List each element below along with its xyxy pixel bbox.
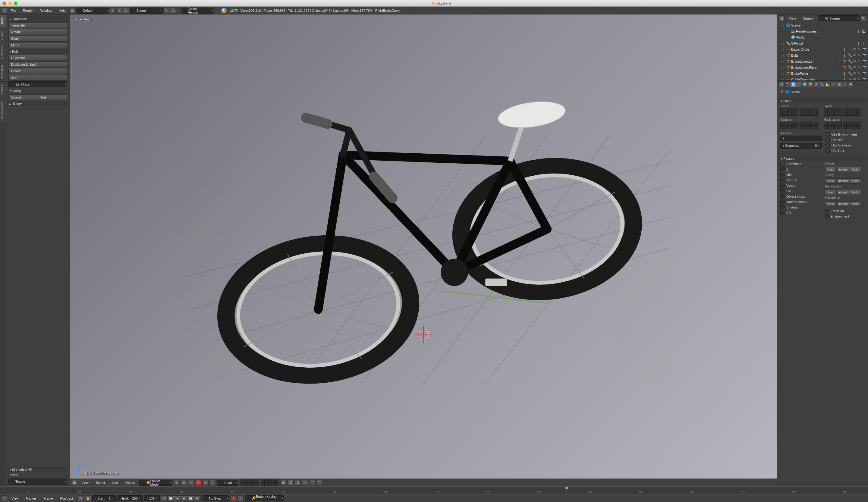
expand-icon[interactable]: ⊕ (782, 72, 786, 75)
pass-combined-check[interactable] (780, 162, 785, 166)
opengl-anim-icon[interactable]: 🎬 (317, 480, 322, 486)
expand-icon[interactable]: ⊕ (782, 66, 786, 69)
tree-item-bolts[interactable]: ⊕▽Bolts|🔧👁↖📷 (777, 52, 868, 59)
screen-layout-dropdown[interactable]: Default (76, 8, 109, 13)
shade-flat-button[interactable]: Flat (38, 94, 67, 100)
mask-layers-a[interactable] (824, 122, 842, 129)
vtab-animation[interactable]: Animation (0, 62, 6, 82)
opengl-render-icon[interactable]: 📷 (309, 480, 315, 486)
tab-scene-icon[interactable]: 🌐 (796, 82, 802, 87)
pin-icon[interactable]: 📌 (780, 90, 784, 94)
visibility-icon[interactable]: 👁 (853, 47, 857, 52)
autokey-icon[interactable]: ● (230, 495, 236, 501)
keyframe-prev-icon[interactable]: ⏪ (167, 495, 174, 501)
close-window-icon[interactable] (2, 1, 6, 5)
render-engine-dropdown[interactable]: Cycles Render (181, 8, 214, 13)
use-environment-check[interactable] (826, 132, 830, 136)
renderable-icon[interactable]: 📷 (862, 65, 867, 70)
timeline-ruler-area[interactable]: 3040506070809010011012013014015016017018… (0, 486, 868, 494)
pass-vector-check[interactable] (780, 184, 785, 188)
visibility-icon[interactable]: 👁 (853, 53, 857, 57)
jump-start-icon[interactable]: ⏮ (161, 495, 167, 501)
pass-mist-check[interactable] (780, 172, 785, 177)
tl-menu-marker[interactable]: Marker (23, 496, 39, 501)
section-passes-header[interactable]: Passes (778, 156, 867, 161)
exclude-layers-a[interactable] (780, 122, 798, 129)
layout-remove-icon[interactable]: ✕ (116, 8, 122, 13)
keyframe-next-icon[interactable]: ⏩ (187, 495, 194, 501)
menu-help[interactable]: Help (56, 8, 69, 13)
menu-render[interactable]: Render (20, 8, 37, 13)
vtab-tools[interactable]: Tools (0, 14, 6, 28)
vtab-relations[interactable]: Relations (0, 43, 6, 62)
visibility-icon[interactable]: 👁 (853, 59, 857, 64)
play-reverse-icon[interactable]: ◀ (174, 495, 181, 501)
expand-icon[interactable]: ⊕ (782, 54, 786, 57)
manip-scale-icon[interactable]: ⤢ (210, 480, 216, 486)
renderable-icon[interactable]: 📷 (862, 47, 867, 52)
tree-item-cablecrossection[interactable]: ⊕〰️CableCrossection|〰👁↖📷 (777, 76, 868, 81)
tab-render-icon[interactable]: 📷 (785, 82, 790, 87)
layer-buttons[interactable] (240, 479, 259, 486)
editor-type-3dview-icon[interactable]: ▦ (71, 480, 77, 486)
exclude-layers-b[interactable] (799, 122, 818, 129)
pass-uv-check[interactable] (780, 189, 785, 193)
vp-menu-select[interactable]: Select (93, 480, 108, 485)
lock-camera-icon[interactable]: 🔒 (280, 480, 286, 486)
selectable-icon[interactable]: ↖ (858, 71, 862, 76)
shading-solid-icon[interactable]: ● (174, 480, 180, 486)
panel-edit-header[interactable]: Edit (7, 49, 69, 54)
tl-menu-frame[interactable]: Frame (40, 496, 56, 501)
pass-objidx-check[interactable] (780, 194, 785, 199)
panel-deselect-header[interactable]: (De)select All (7, 467, 69, 472)
renderable-icon[interactable]: 📷 (862, 53, 867, 57)
manipulator-icon[interactable]: ↔ (188, 480, 194, 486)
layer-buttons-b[interactable] (261, 479, 279, 486)
vtab-grease-pencil[interactable]: Grease Pencil (0, 98, 6, 124)
manip-translate-icon[interactable]: ↗ (195, 480, 201, 486)
layer-layers-a[interactable] (824, 108, 842, 116)
mode-dropdown[interactable]: 🔶 Object Mode (139, 480, 172, 486)
tree-item-brakepuller[interactable]: ⊕▽BrakePuller|🔧👁↖📷 (777, 71, 868, 76)
tab-object-icon[interactable]: 📦 (808, 82, 813, 87)
tl-menu-playback[interactable]: Playback (57, 496, 77, 501)
tab-world-icon[interactable]: 🌍 (802, 82, 807, 87)
delete-button[interactable]: Delete (8, 68, 67, 74)
vp-menu-view[interactable]: View (79, 480, 92, 485)
visibility-icon[interactable]: 👁 (853, 65, 857, 70)
use-hair-check[interactable] (826, 148, 830, 153)
scene-dropdown[interactable]: Scene (130, 8, 163, 13)
section-layer-header[interactable]: Layer (778, 98, 867, 103)
layout-add-icon[interactable]: + (110, 8, 116, 13)
keying-only-icon[interactable]: 🎚 (238, 495, 244, 501)
mirror-button[interactable]: Mirror (8, 42, 67, 48)
vtab-create[interactable]: Create (0, 28, 6, 43)
pass-shadow-check[interactable] (780, 205, 785, 209)
duplicate-linked-button[interactable]: Duplicate Linked (8, 62, 67, 67)
editor-type-icon[interactable]: ⓘ (1, 8, 7, 13)
outliner-menu-search[interactable]: Search (800, 16, 817, 21)
shade-smooth-button[interactable]: Smooth (8, 94, 38, 100)
material-override-field[interactable]: ● (780, 136, 822, 141)
editor-type-outliner-icon[interactable]: ☷ (778, 15, 785, 21)
tab-texture-icon[interactable]: ▦ (836, 82, 842, 87)
tree-item-beziercircle[interactable]: ⊕〰️BezierCircle|〰👁↖📷 (777, 46, 868, 52)
panel-history-header[interactable]: History (7, 101, 69, 106)
outliner-search-icon[interactable]: 🔍 (861, 15, 867, 21)
tab-renderlayers-icon[interactable]: 🖼 (790, 82, 796, 87)
scene-browse-icon[interactable]: ⊞ (123, 8, 129, 13)
menu-file[interactable]: File (8, 8, 19, 13)
rotate-button[interactable]: Rotate (8, 29, 67, 35)
jump-end-icon[interactable]: ⏭ (194, 495, 201, 501)
scene-add-icon[interactable]: + (163, 8, 169, 13)
outliner-menu-view[interactable]: View (786, 16, 799, 21)
layer-layers-b[interactable] (843, 108, 861, 116)
renderable-icon[interactable]: 📷 (862, 77, 867, 81)
tree-item-brakelever-left[interactable]: ⊕▽BrakeLever.Left|▽🔧👁↖📷 (777, 59, 868, 64)
join-button[interactable]: Join (8, 75, 67, 81)
tree-item-gpencil[interactable]: ⊕✏️GPencil|• (777, 40, 868, 46)
tree-item-renderlayers[interactable]: 🖼RenderLayers|🖼 (777, 28, 868, 34)
vp-menu-add[interactable]: Add (109, 480, 121, 485)
expand-icon[interactable]: ⊕ (782, 24, 786, 27)
tab-physics-icon[interactable]: ⬣ (848, 82, 853, 87)
